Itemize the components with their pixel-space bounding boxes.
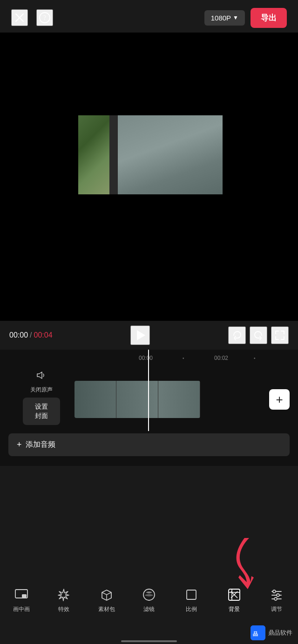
export-button[interactable]: 导出 <box>251 8 287 28</box>
redo-button[interactable] <box>250 326 267 344</box>
svg-point-19 <box>274 598 277 600</box>
top-bar-right: 1080P ▼ 导出 <box>204 8 287 28</box>
add-audio-label: 添加音频 <box>26 440 55 450</box>
tool-ratio[interactable]: 比例 <box>170 587 213 613</box>
tool-materials[interactable]: 素材包 <box>85 587 128 613</box>
set-cover-button[interactable]: 设置 封面 <box>23 398 60 425</box>
resolution-button[interactable]: 1080P ▼ <box>204 10 245 26</box>
play-button[interactable] <box>130 325 150 345</box>
tool-picture-in-picture[interactable]: 画中画 <box>0 587 42 613</box>
timeline-ruler: 00:00 • 00:02 • <box>0 350 298 365</box>
cover-label-line1: 设置 <box>35 402 48 412</box>
svg-text:?: ? <box>43 14 46 21</box>
arrow-annotation <box>219 533 270 594</box>
video-frame <box>78 115 223 194</box>
top-bar: ? 1080P ▼ 导出 <box>0 0 298 33</box>
home-indicator <box>121 640 177 642</box>
svg-text:品: 品 <box>253 631 258 637</box>
video-left-panel <box>78 115 118 194</box>
mute-button[interactable]: 关闭原声 <box>30 369 53 394</box>
effects-icon <box>56 587 72 603</box>
video-right-panel <box>118 115 223 194</box>
tool-label-background: 背景 <box>229 605 240 613</box>
playback-icons <box>228 326 289 344</box>
svg-point-17 <box>277 594 279 597</box>
tool-label-materials: 素材包 <box>98 605 115 613</box>
playhead[interactable] <box>148 350 149 431</box>
ruler-mark-02: 00:02 <box>214 355 228 361</box>
tool-label-ratio: 比例 <box>186 605 197 613</box>
ruler-dot1: • <box>183 356 184 361</box>
tool-label-effects: 特效 <box>58 605 69 613</box>
watermark-logo: 品 <box>251 625 265 640</box>
materials-icon <box>99 587 115 603</box>
video-strip[interactable] <box>74 381 200 418</box>
watermark: 品 鼎品软件 <box>251 625 292 640</box>
ruler-dot2: • <box>254 356 256 361</box>
tool-label-pip: 画中画 <box>13 605 30 613</box>
playback-bar: 00:00 / 00:04 <box>0 321 298 350</box>
filters-icon <box>141 587 157 603</box>
add-clip-button[interactable]: + <box>269 389 290 410</box>
current-time: 00:00 <box>9 331 28 339</box>
timeline-strip-area: + <box>74 369 298 430</box>
watermark-brand: 鼎品软件 <box>268 629 292 637</box>
help-button[interactable]: ? <box>36 9 53 26</box>
adjust-icon <box>269 587 284 603</box>
time-separator: / <box>30 331 32 339</box>
timeline-content: 关闭原声 设置 封面 + <box>0 365 298 430</box>
svg-point-15 <box>273 590 276 593</box>
svg-rect-5 <box>22 594 27 598</box>
ruler-mark-00: 00:00 <box>139 355 153 361</box>
tool-label-adjust: 调节 <box>271 605 282 613</box>
chevron-down-icon: ▼ <box>233 14 238 21</box>
add-audio-bar[interactable]: + 添加音频 <box>8 433 290 456</box>
strip-frame-3 <box>158 381 200 418</box>
undo-button[interactable] <box>228 326 246 344</box>
volume-icon <box>35 369 47 384</box>
tool-label-filters: 滤镜 <box>143 605 155 613</box>
total-time: 00:04 <box>34 331 53 339</box>
add-audio-plus-icon: + <box>17 440 22 450</box>
mute-label: 关闭原声 <box>30 386 53 394</box>
cover-label-line2: 封面 <box>35 412 48 421</box>
time-display: 00:00 / 00:04 <box>9 331 53 339</box>
picture-in-picture-icon <box>14 587 29 603</box>
strip-frame-2 <box>116 381 158 418</box>
tool-effects[interactable]: 特效 <box>42 587 85 613</box>
svg-rect-8 <box>187 590 196 599</box>
close-button[interactable] <box>11 9 28 26</box>
timeline-left-controls: 关闭原声 设置 封面 <box>0 369 74 425</box>
video-preview <box>0 33 298 321</box>
tool-filters[interactable]: 滤镜 <box>128 587 170 613</box>
strip-frame-1 <box>74 381 116 418</box>
play-icon <box>137 330 145 340</box>
resolution-label: 1080P <box>211 14 231 22</box>
top-bar-left: ? <box>11 9 53 26</box>
fullscreen-button[interactable] <box>271 326 289 344</box>
ratio-icon <box>183 587 199 603</box>
timeline-section: 00:00 • 00:02 • 关闭原声 设置 封面 <box>0 350 298 466</box>
